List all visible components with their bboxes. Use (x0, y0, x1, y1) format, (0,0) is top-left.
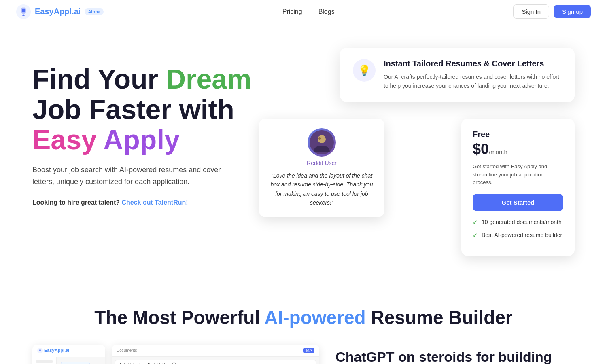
mockup-header-left: EasyAppl.ai (32, 345, 105, 357)
get-started-button[interactable]: Get Started (473, 194, 563, 211)
hero-left: Find Your Dream Job Faster with Easy App… (32, 48, 267, 206)
alpha-badge: Alpha (85, 8, 104, 15)
feature-icon: 💡 (353, 59, 376, 82)
hero-title: Find Your Dream Job Faster with Easy App… (32, 64, 267, 154)
feature-card-title: Instant Tailored Resumes & Cover Letters (384, 59, 562, 68)
pricing-card: Free $0/month Get started with Easy Appl… (461, 119, 575, 256)
app-main-left: ⚡ Fast AI ↓ (57, 357, 105, 364)
logo-text: EasyAppl.ai (35, 7, 81, 16)
mockup-toolbar: B I U S / ≡ H H H H ≡ ⓔ ⊞ ≡ (115, 360, 316, 364)
hero-right: 💡 Instant Tailored Resumes & Cover Lette… (267, 48, 575, 282)
hero-title-line2: Job Faster with (32, 94, 234, 125)
signin-button[interactable]: Sign In (513, 4, 549, 19)
chatgpt-title: ChatGPT on steroids for building (335, 349, 575, 364)
feature-card-desc: Our AI crafts perfectly-tailored resumes… (384, 72, 562, 91)
hero-title-apply: Apply (97, 124, 180, 155)
feature-card: 💡 Instant Tailored Resumes & Cover Lette… (340, 48, 575, 102)
svg-point-2 (22, 9, 25, 12)
pricing-amount-row: $0/month (473, 141, 563, 158)
bottom-title-accent: AI-powered (264, 307, 365, 328)
bottom-right-text: ChatGPT on steroids for building (335, 345, 575, 364)
hero-title-dream: Dream (166, 63, 252, 94)
testimonial-name: Reddit User (269, 160, 375, 166)
nav-blogs[interactable]: Blogs (318, 8, 335, 15)
navbar-auth: Sign In Sign up (513, 4, 591, 19)
mockup-header-right: Documents MA (112, 345, 319, 357)
hire-text: Looking to hire great talent? Check out … (32, 199, 267, 206)
app-logo-small: EasyAppl.ai (37, 348, 69, 353)
app-mockup-left: EasyAppl.ai ⚡ Fast AI ↓ (32, 345, 105, 364)
hero-description: Boost your job search with AI-powered re… (32, 164, 227, 188)
bottom-section: The Most Powerful AI-powered Resume Buil… (0, 298, 607, 364)
check-icon-2: ✓ (473, 232, 478, 240)
feature-card-content: Instant Tailored Resumes & Cover Letters… (384, 59, 562, 91)
fast-ai-badge: ⚡ Fast AI ↓ (61, 362, 90, 364)
svg-point-7 (39, 349, 41, 351)
check-icon-1: ✓ (473, 219, 478, 227)
avatar (308, 128, 336, 157)
hero-section: Find Your Dream Job Faster with Easy App… (0, 23, 607, 298)
hire-label: Looking to hire great talent? (32, 199, 120, 206)
svg-point-5 (318, 137, 321, 140)
hero-title-plain: Find Your (32, 63, 166, 94)
testimonial-text: "Love the idea and the layout of the cha… (269, 171, 375, 207)
pricing-description: Get started with Easy Apply and streamli… (473, 163, 563, 186)
app-mockup-right: Documents MA B I U S / ≡ H H H H ≡ ⓔ ⊞ ≡… (112, 345, 319, 364)
signup-button[interactable]: Sign up (554, 5, 591, 18)
pricing-amount: $0 (473, 141, 489, 157)
mockup-doc-area: B I U S / ≡ H H H H ≡ ⓔ ⊞ ≡ Shelton Boyl… (112, 357, 319, 364)
logo-icon (16, 4, 31, 19)
pricing-feature-1: ✓ 10 generated documents/month (473, 218, 563, 227)
app-sidebar (32, 357, 57, 364)
pricing-feature-2: ✓ Best AI-powered resume builder (473, 231, 563, 240)
mockup-container: EasyAppl.ai ⚡ Fast AI ↓ (32, 345, 319, 364)
pricing-period: /month (489, 148, 507, 155)
talentrun-link[interactable]: Check out TalentRun! (121, 199, 188, 206)
pricing-plan: Free (473, 130, 563, 139)
bottom-title-end: Resume Builder (366, 307, 513, 328)
bottom-title: The Most Powerful AI-powered Resume Buil… (32, 307, 575, 328)
bottom-title-plain: The Most Powerful (94, 307, 264, 328)
chatgpt-title-text: ChatGPT on steroids for building (335, 349, 552, 364)
nav-pricing[interactable]: Pricing (282, 8, 302, 15)
logo-area: EasyAppl.ai Alpha (16, 4, 104, 19)
mockup-body-left: ⚡ Fast AI ↓ (32, 357, 105, 364)
pricing-feature-2-text: Best AI-powered resume builder (482, 231, 562, 239)
hero-title-easy: Easy (32, 124, 97, 155)
navbar-links: Pricing Blogs (282, 8, 335, 15)
navbar: EasyAppl.ai Alpha Pricing Blogs Sign In … (0, 0, 607, 23)
pricing-feature-1-text: 10 generated documents/month (482, 218, 562, 226)
app-mockups: EasyAppl.ai ⚡ Fast AI ↓ (32, 345, 319, 364)
bottom-content: EasyAppl.ai ⚡ Fast AI ↓ (32, 345, 575, 364)
testimonial-card: Reddit User "Love the idea and the layou… (259, 119, 384, 217)
avatar-image (310, 130, 334, 154)
